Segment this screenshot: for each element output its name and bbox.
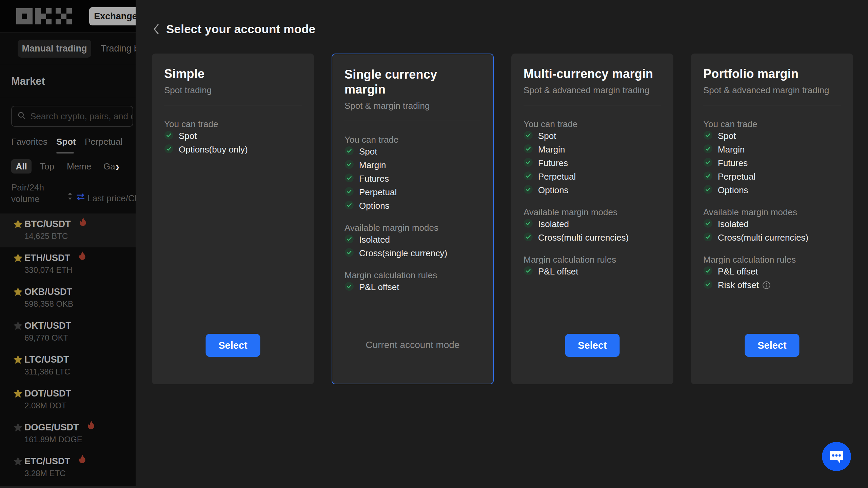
okx-logo[interactable] bbox=[16, 8, 72, 26]
pair-name-text: OKT/USDT bbox=[24, 320, 71, 331]
card-subtitle: Spot & advanced margin trading bbox=[703, 85, 841, 96]
select-button[interactable]: Select bbox=[206, 334, 260, 357]
trade-item: Margin bbox=[524, 143, 661, 156]
margin-modes-label: Available margin modes bbox=[703, 207, 841, 217]
tab-trading-bots[interactable]: Trading b bbox=[101, 40, 136, 58]
margin-mode-label: Isolated bbox=[359, 235, 390, 245]
trade-label: Futures bbox=[359, 174, 389, 184]
check-icon bbox=[344, 200, 354, 211]
margin-mode-label: Cross(multi currencies) bbox=[538, 232, 629, 243]
pair-name: OKT/USDT bbox=[24, 320, 71, 331]
pair-volume: 161.89M DOGE bbox=[24, 434, 95, 445]
favorite-star-icon[interactable] bbox=[13, 354, 23, 366]
margin-mode-label: Cross(multi currencies) bbox=[718, 232, 808, 243]
account-mode-card-single-currency-margin[interactable]: Single currency marginSpot & margin trad… bbox=[332, 54, 494, 384]
favorite-star-icon[interactable] bbox=[13, 321, 23, 332]
sort-icon[interactable] bbox=[68, 192, 72, 202]
list-item[interactable]: ETH/USDT330,074 ETH bbox=[0, 247, 136, 281]
card-subtitle: Spot & advanced margin trading bbox=[524, 85, 661, 96]
calc-rules-label: Margin calculation rules bbox=[344, 270, 481, 280]
search-input[interactable]: Search crypto, pairs, and con bbox=[30, 111, 133, 122]
account-mode-card-simple[interactable]: SimpleSpot tradingYou can tradeSpotOptio… bbox=[152, 54, 314, 384]
favorite-star-icon[interactable] bbox=[13, 388, 23, 400]
info-icon[interactable] bbox=[762, 281, 771, 289]
trade-label: Margin bbox=[359, 160, 386, 170]
pair-info: DOGE/USDT161.89M DOGE bbox=[24, 422, 95, 445]
calc-rule-item: P&L offset bbox=[524, 265, 661, 278]
favorite-star-icon[interactable] bbox=[13, 456, 23, 468]
category-top[interactable]: Top bbox=[40, 161, 54, 172]
trade-item: Perpetual bbox=[703, 170, 841, 183]
account-mode-card-portfolio-margin[interactable]: Portfolio marginSpot & advanced margin t… bbox=[691, 54, 853, 384]
check-icon bbox=[344, 248, 354, 259]
select-button[interactable]: Select bbox=[565, 334, 620, 357]
pair-info: OKT/USDT69,770 OKT bbox=[24, 320, 71, 343]
favorite-star-icon[interactable] bbox=[13, 422, 23, 434]
select-button[interactable]: Select bbox=[745, 334, 800, 357]
trade-section-label: You can trade bbox=[164, 119, 302, 129]
pair-info: ETH/USDT330,074 ETH bbox=[24, 252, 86, 275]
check-icon bbox=[703, 280, 713, 290]
pair-name: ETC/USDT bbox=[24, 455, 86, 467]
favorite-star-icon[interactable] bbox=[13, 287, 23, 298]
market-title: Market bbox=[11, 75, 45, 87]
search-box[interactable]: Search crypto, pairs, and con bbox=[11, 106, 133, 127]
exchange-nav-button[interactable]: Exchange bbox=[89, 7, 136, 25]
pair-name: DOGE/USDT bbox=[24, 422, 95, 433]
category-gamefi[interactable]: Ga bbox=[103, 161, 115, 172]
list-bottom-strip bbox=[0, 486, 136, 488]
check-icon bbox=[703, 144, 713, 155]
list-item[interactable]: BTC/USDT14,625 BTC bbox=[0, 214, 136, 247]
pair-info: DOT/USDT2.08M DOT bbox=[24, 388, 71, 411]
tab-favorites[interactable]: Favorites bbox=[11, 137, 47, 147]
pair-name-text: ETH/USDT bbox=[24, 252, 70, 264]
trading-mode-tabs: Manual trading Trading b bbox=[0, 33, 136, 65]
trade-item: Spot bbox=[703, 129, 841, 143]
favorite-star-icon[interactable] bbox=[13, 253, 23, 264]
list-item[interactable]: OKT/USDT69,770 OKT bbox=[0, 315, 136, 349]
card-divider bbox=[344, 121, 481, 121]
trade-label: Perpetual bbox=[538, 171, 576, 182]
margin-mode-item: Isolated bbox=[344, 233, 481, 246]
swap-columns-icon[interactable] bbox=[76, 193, 85, 202]
list-item[interactable]: LTC/USDT311,386 LTC bbox=[0, 349, 136, 383]
pair-name-text: DOGE/USDT bbox=[24, 422, 79, 433]
list-item[interactable]: DOT/USDT2.08M DOT bbox=[0, 383, 136, 417]
category-all[interactable]: All bbox=[11, 159, 32, 174]
check-icon bbox=[344, 234, 354, 245]
calc-rule-item: Risk offset bbox=[703, 278, 841, 292]
pair-name: ETH/USDT bbox=[24, 252, 86, 264]
trade-section-label: You can trade bbox=[344, 135, 481, 145]
tab-spot[interactable]: Spot bbox=[56, 137, 76, 147]
top-nav-bar: Exchange bbox=[0, 0, 136, 33]
check-icon bbox=[344, 160, 354, 170]
trade-label: Spot bbox=[359, 146, 377, 157]
back-button[interactable] bbox=[152, 23, 160, 35]
check-icon bbox=[524, 219, 533, 229]
check-icon bbox=[703, 219, 713, 229]
trade-item: Options bbox=[524, 183, 661, 197]
card-divider bbox=[524, 105, 661, 105]
pair-info: LTC/USDT311,386 LTC bbox=[24, 354, 70, 377]
divider bbox=[0, 97, 136, 97]
check-icon bbox=[344, 187, 354, 198]
category-meme[interactable]: Meme bbox=[67, 161, 91, 172]
trade-label: Spot bbox=[179, 131, 197, 141]
trade-label: Spot bbox=[538, 131, 556, 141]
categories-more-chevron-icon[interactable]: › bbox=[116, 159, 119, 174]
trade-label: Perpetual bbox=[718, 171, 755, 182]
list-item[interactable]: DOGE/USDT161.89M DOGE bbox=[0, 417, 136, 451]
list-item[interactable]: ETC/USDT3.28M ETC bbox=[0, 451, 136, 485]
margin-mode-label: Isolated bbox=[538, 219, 569, 229]
pair-volume: 598,358 OKB bbox=[24, 299, 73, 309]
tab-perpetual[interactable]: Perpetual bbox=[85, 137, 122, 147]
favorite-star-icon[interactable] bbox=[13, 219, 23, 230]
tab-manual-trading[interactable]: Manual trading bbox=[18, 40, 91, 58]
account-mode-card-multi-currency-margin[interactable]: Multi-currency marginSpot & advanced mar… bbox=[511, 54, 673, 384]
sidebar: Exchange Manual trading Trading b Market… bbox=[0, 0, 136, 488]
trade-section-label: You can trade bbox=[524, 119, 661, 129]
chat-fab[interactable] bbox=[822, 442, 851, 471]
list-item[interactable]: OKB/USDT598,358 OKB bbox=[0, 281, 136, 315]
trade-label: Options bbox=[718, 185, 748, 196]
check-icon bbox=[524, 144, 533, 155]
